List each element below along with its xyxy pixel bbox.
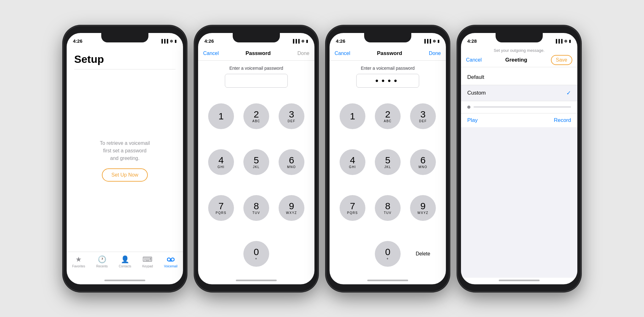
- cancel-button-3[interactable]: Cancel: [335, 51, 350, 56]
- tab-keypad[interactable]: ⌨ Keypad: [142, 255, 153, 268]
- phone-1: 4:26 ▐▐▐ ⊚ ▮ Setup To retrieve a voicema…: [64, 26, 186, 291]
- home-indicator-4: [499, 280, 540, 281]
- greeting-custom-label: Custom: [467, 90, 486, 96]
- greeting-default-label: Default: [467, 74, 484, 80]
- key-0-3[interactable]: 0+: [375, 241, 401, 267]
- voicemail-icon: [167, 255, 175, 264]
- key-9-2[interactable]: 9WXYZ: [279, 195, 304, 221]
- keypad-3: 1 2ABC 3DEF 4GHI 5JKL 6MNO 7PQRS 8TUV 9W…: [330, 93, 446, 278]
- key-9-3[interactable]: 9WXYZ: [410, 195, 436, 221]
- notch-1: [101, 33, 148, 42]
- key-8-2[interactable]: 8TUV: [243, 195, 269, 221]
- battery-icon-3: ▮: [437, 39, 440, 43]
- greeting-section: Default Custom ✓ Play Record: [461, 67, 577, 278]
- key-1-3[interactable]: 1: [340, 103, 365, 129]
- key-7-2[interactable]: 7PQRS: [208, 195, 234, 221]
- home-indicator-1: [104, 280, 145, 281]
- status-icons-4: ▐▐▐ ⊚ ▮: [554, 39, 571, 43]
- done-button-3[interactable]: Done: [429, 51, 441, 56]
- password-label-2: Enter a voicemail password: [229, 66, 283, 71]
- phone-2: 4:26 ▐▐▐ ⊚ ▮ Cancel Password Done Enter …: [195, 26, 318, 291]
- tab-contacts[interactable]: 👤 Contacts: [119, 255, 131, 268]
- progress-bar: [474, 107, 571, 107]
- status-time-3: 4:26: [336, 38, 345, 44]
- home-indicator-3: [367, 280, 408, 281]
- password-label-3: Enter a voicemail password: [361, 66, 414, 71]
- record-button[interactable]: Record: [554, 117, 571, 123]
- svg-point-1: [171, 258, 174, 261]
- signal-icon-3: ▐▐▐: [423, 39, 431, 43]
- nav-title-4: Greeting: [505, 57, 527, 63]
- notch-2: [233, 33, 280, 42]
- favorites-label: Favorites: [72, 265, 85, 268]
- delete-button-3[interactable]: Delete: [416, 241, 430, 267]
- key-0-2[interactable]: 0+: [243, 241, 269, 267]
- status-time-2: 4:26: [204, 38, 214, 44]
- key-2-3[interactable]: 2ABC: [375, 103, 401, 129]
- screen-1: 4:26 ▐▐▐ ⊚ ▮ Setup To retrieve a voicema…: [67, 33, 183, 284]
- password-input-3[interactable]: ••••: [356, 74, 419, 88]
- greeting-subtitle: Set your outgoing message.: [461, 47, 577, 53]
- greeting-player: [461, 101, 577, 113]
- status-time-1: 4:26: [73, 38, 82, 44]
- tab-voicemail[interactable]: Voicemail: [164, 255, 178, 268]
- screen-2: 4:26 ▐▐▐ ⊚ ▮ Cancel Password Done Enter …: [198, 33, 314, 284]
- key-4-2[interactable]: 4GHI: [208, 149, 234, 175]
- phone-collection: 4:26 ▐▐▐ ⊚ ▮ Setup To retrieve a voicema…: [64, 26, 580, 291]
- password-input-2[interactable]: [225, 74, 288, 88]
- key-1-2[interactable]: 1: [208, 103, 234, 129]
- key-3-2[interactable]: 3DEF: [279, 103, 304, 129]
- notch-4: [496, 33, 543, 42]
- contacts-icon: 👤: [121, 255, 129, 264]
- signal-icon-4: ▐▐▐: [554, 39, 563, 43]
- greeting-list: Default Custom ✓: [461, 70, 577, 101]
- greeting-custom-row[interactable]: Custom ✓: [461, 85, 577, 101]
- battery-icon-4: ▮: [569, 39, 571, 43]
- nav-bar-3: Cancel Password Done: [330, 47, 446, 61]
- setup-title: Setup: [67, 47, 183, 65]
- key-7-3[interactable]: 7PQRS: [340, 195, 365, 221]
- password-section-2: Enter a voicemail password: [198, 61, 314, 93]
- setup-description: To retrieve a voicemailfirst set a passw…: [100, 139, 150, 162]
- password-section-3: Enter a voicemail password ••••: [330, 61, 446, 93]
- wifi-icon-2: ⊚: [301, 39, 304, 43]
- play-button[interactable]: Play: [467, 117, 478, 123]
- key-4-3[interactable]: 4GHI: [340, 149, 365, 175]
- wifi-icon-4: ⊚: [564, 39, 567, 43]
- nav-title-3: Password: [377, 50, 402, 57]
- status-icons-1: ▐▐▐ ⊚ ▮: [160, 39, 177, 43]
- contacts-label: Contacts: [119, 265, 131, 268]
- wifi-icon-3: ⊚: [433, 39, 436, 43]
- signal-icon-2: ▐▐▐: [291, 39, 300, 43]
- set-up-now-button[interactable]: Set Up Now: [102, 168, 147, 182]
- greeting-footer: Play Record: [461, 113, 577, 127]
- recents-label: Recents: [96, 265, 108, 268]
- key-5-3[interactable]: 5JKL: [375, 149, 401, 175]
- save-button-4[interactable]: Save: [551, 55, 572, 65]
- status-icons-3: ▐▐▐ ⊚ ▮: [423, 39, 440, 43]
- key-3-3[interactable]: 3DEF: [410, 103, 436, 129]
- home-indicator-2: [236, 280, 277, 281]
- key-8-3[interactable]: 8TUV: [375, 195, 401, 221]
- recents-icon: 🕐: [98, 255, 106, 264]
- cancel-button-4[interactable]: Cancel: [466, 57, 482, 63]
- nav-title-2: Password: [246, 50, 271, 57]
- keypad-2: 1 2ABC 3DEF 4GHI 5JKL 6MNO 7PQRS 8TUV 9W…: [198, 93, 314, 278]
- status-time-4: 4:28: [467, 38, 477, 44]
- greeting-check-icon: ✓: [566, 90, 571, 96]
- tab-recents[interactable]: 🕐 Recents: [96, 255, 108, 268]
- greeting-default-row[interactable]: Default: [461, 70, 577, 85]
- greeting-empty-area: [461, 127, 577, 278]
- key-6-3[interactable]: 6MNO: [410, 149, 436, 175]
- key-2-2[interactable]: 2ABC: [243, 103, 269, 129]
- tab-favorites[interactable]: ★ Favorites: [72, 255, 85, 268]
- tab-bar-1: ★ Favorites 🕐 Recents 👤 Contacts ⌨ Keypa…: [67, 252, 183, 278]
- keypad-icon: ⌨: [142, 255, 153, 264]
- cancel-button-2[interactable]: Cancel: [203, 51, 219, 56]
- setup-body: To retrieve a voicemailfirst set a passw…: [67, 69, 183, 252]
- key-6-2[interactable]: 6MNO: [279, 149, 304, 175]
- done-button-2[interactable]: Done: [297, 51, 309, 56]
- notch-3: [364, 33, 411, 42]
- playback-dot: [467, 106, 470, 109]
- key-5-2[interactable]: 5JKL: [243, 149, 269, 175]
